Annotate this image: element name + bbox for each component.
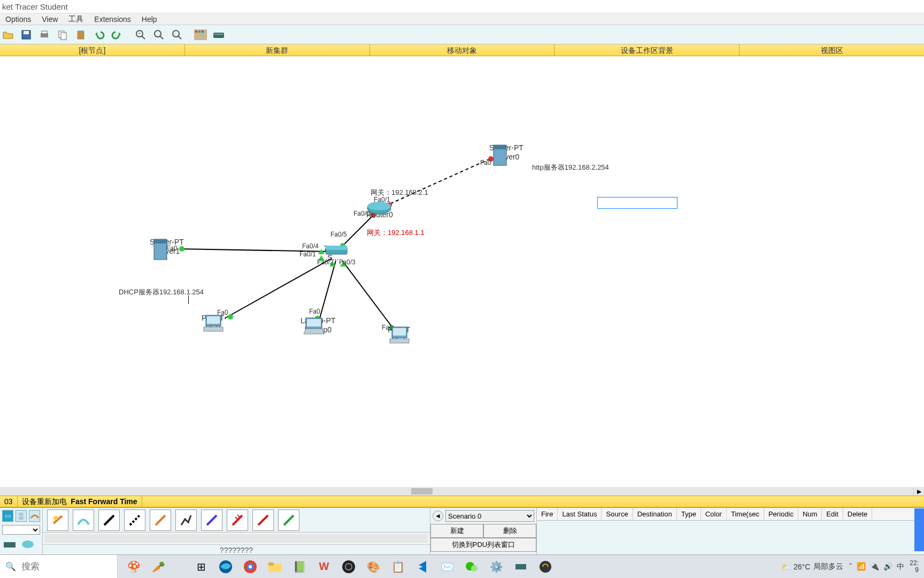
print-icon[interactable] <box>36 27 52 43</box>
pdu-col[interactable]: Periodic <box>764 508 798 520</box>
app-icon[interactable]: ⚙️ <box>488 558 505 575</box>
category-chip[interactable]: ░ <box>16 510 27 522</box>
pdu-col[interactable]: Source <box>602 508 633 520</box>
device-router0[interactable]: 2811 Router0 <box>366 201 393 219</box>
category-chip[interactable]: ▭ <box>2 510 13 522</box>
subbar-moveobj[interactable]: 移动对象 <box>370 44 555 56</box>
app-icon[interactable] <box>537 558 554 575</box>
menu-options[interactable]: Options <box>0 15 36 24</box>
chrome-icon[interactable] <box>242 558 259 575</box>
device-switch[interactable]: 70-24 S... <box>324 244 343 262</box>
canvas-hscrollbar[interactable]: ▶ <box>0 487 913 496</box>
redo-icon[interactable] <box>109 27 125 43</box>
palette-icon[interactable] <box>192 27 209 43</box>
svg-rect-38 <box>204 327 223 331</box>
menu-view[interactable]: View <box>36 15 63 24</box>
subbar-viewarea[interactable]: 视图区 <box>740 44 924 56</box>
app-icon[interactable]: 🥕 <box>150 558 167 575</box>
chevron-up-icon[interactable]: ˄ <box>849 562 852 572</box>
pdu-col[interactable]: Type <box>677 508 701 520</box>
pdu-col[interactable]: Time(sec <box>727 508 764 520</box>
taskbar-clock[interactable]: 22: 9 <box>910 560 919 574</box>
pdu-col[interactable]: Delete <box>843 508 873 520</box>
svg-marker-41 <box>304 329 324 334</box>
taskbar-search[interactable]: 🔍 <box>0 555 118 579</box>
conn-octal-icon[interactable] <box>278 509 299 531</box>
canvas-text-input[interactable] <box>597 197 677 209</box>
pdu-col[interactable]: Destination <box>633 508 677 520</box>
device-server1[interactable]: Server-PT Server1 <box>150 237 184 255</box>
conn-serial-dce-icon[interactable] <box>227 509 248 531</box>
menu-help[interactable]: Help <box>136 15 163 24</box>
pdu-list-toggle-button[interactable]: 切换到PDU列表窗口 <box>430 538 536 552</box>
scenario-prev-icon[interactable]: ◄ <box>433 511 443 521</box>
pdu-col[interactable]: Last Status <box>558 508 602 520</box>
app-icon[interactable]: 🎨 <box>365 558 382 575</box>
app-icon[interactable]: 📗 <box>291 558 308 575</box>
wifi-icon[interactable]: 📶 <box>857 562 866 572</box>
app-icon[interactable]: 🍄 <box>125 558 142 575</box>
scenario-select[interactable]: Scenario 0 <box>445 510 534 522</box>
workspace-canvas[interactable]: Fa0 Fa0/1 Fa0/0 Fa0/5 Fa0/4 Fa0/1 Fa0/2 … <box>0 56 924 487</box>
conn-auto-icon[interactable] <box>47 509 68 531</box>
device-list-scrollbar[interactable] <box>45 534 428 543</box>
wps-icon[interactable]: W <box>315 558 333 575</box>
topology-links <box>0 56 924 484</box>
device-pc1[interactable]: PC-PT PC1 <box>388 325 410 343</box>
zoom-in-icon[interactable]: + <box>133 27 149 43</box>
scenario-delete-button[interactable]: 删除 <box>483 524 536 538</box>
battery-icon[interactable]: 🔌 <box>870 562 879 572</box>
wechat-icon[interactable] <box>463 558 480 575</box>
volume-icon[interactable]: 🔊 <box>883 562 892 572</box>
subbar-newcluster[interactable]: 新集群 <box>185 44 370 56</box>
scrollbar-thumb[interactable] <box>411 488 433 495</box>
vscode-icon[interactable] <box>414 558 431 575</box>
pdu-col[interactable]: Num <box>798 508 822 520</box>
scrollbar-right-button[interactable]: ▶ <box>913 487 924 496</box>
subbar-devbg[interactable]: 设备工作区背景 <box>555 44 740 56</box>
undo-icon[interactable] <box>91 27 107 43</box>
zoom-reset-icon[interactable] <box>151 27 167 43</box>
status-power-label[interactable]: 设备重新加电 Fast Forward Time <box>18 496 142 507</box>
conn-phone-icon[interactable] <box>175 509 197 531</box>
copy-icon[interactable] <box>55 27 71 43</box>
explorer-icon[interactable] <box>266 558 283 575</box>
packet-tracer-icon[interactable] <box>512 558 529 575</box>
conn-crossover-icon[interactable] <box>124 509 145 531</box>
device-dialog-icon[interactable] <box>211 27 227 43</box>
app-icon[interactable]: 📋 <box>389 558 406 575</box>
category-select[interactable] <box>2 525 40 535</box>
search-input[interactable] <box>21 561 102 572</box>
pdu-col[interactable]: Color <box>701 508 727 520</box>
ime-indicator[interactable]: 中 <box>897 562 904 572</box>
device-server0[interactable]: Server-PT Server0 <box>489 143 523 161</box>
device-pc0[interactable]: PC-PT PC0 <box>202 313 224 331</box>
device-type-icon[interactable] <box>20 538 35 551</box>
obs-icon[interactable] <box>340 558 357 575</box>
save-icon[interactable] <box>18 27 34 43</box>
paste-icon[interactable] <box>73 27 89 43</box>
device-type-icon[interactable] <box>2 538 17 551</box>
subbar-root[interactable]: [根节点] <box>0 44 185 56</box>
conn-coax-icon[interactable] <box>201 509 222 531</box>
menu-extensions[interactable]: Extensions <box>89 15 136 24</box>
weather-widget[interactable]: ⛅ 26°C 局部多云 <box>781 562 843 572</box>
task-view-icon[interactable]: ⊞ <box>192 558 210 575</box>
pdu-col[interactable]: Edit <box>822 508 843 520</box>
menu-tools[interactable]: 工具 <box>63 14 89 24</box>
conn-serial-dte-icon[interactable] <box>252 509 274 531</box>
edge-icon[interactable] <box>217 558 234 575</box>
pdu-table: Fire Last Status Source Destination Type… <box>537 508 924 554</box>
realtime-sim-toggle[interactable] <box>914 508 924 551</box>
conn-console-icon[interactable] <box>73 509 94 531</box>
zoom-out-icon[interactable]: - <box>169 27 185 43</box>
device-laptop0[interactable]: Laptop-PT Laptop0 <box>301 316 335 334</box>
open-icon[interactable] <box>0 27 16 43</box>
scenario-new-button[interactable]: 新建 <box>430 524 483 538</box>
svg-rect-21 <box>214 34 223 35</box>
conn-straight-icon[interactable] <box>98 509 120 531</box>
mail-icon[interactable]: ✉️ <box>438 558 456 575</box>
conn-fiber-icon[interactable] <box>150 509 171 531</box>
pdu-col[interactable]: Fire <box>537 508 558 520</box>
category-chip[interactable] <box>29 510 40 522</box>
